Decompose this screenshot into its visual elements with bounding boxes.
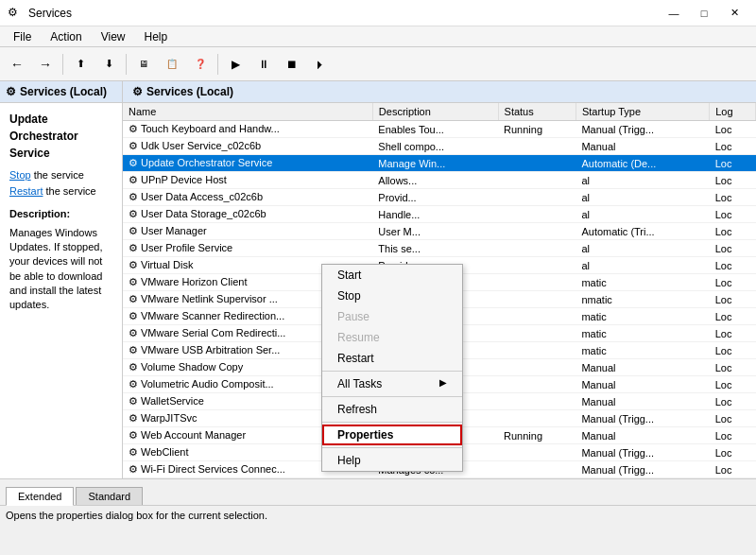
service-name: User Data Storage_c02c6b [141,208,266,219]
service-log: Loc [710,376,756,393]
service-startup: Manual [576,393,709,410]
restart-service-link: Restart the service [9,183,113,199]
service-startup: al [576,257,709,274]
service-info-panel: Update Orchestrator Service Stop the ser… [0,103,123,321]
service-status [498,342,576,359]
service-icon: ⚙ [129,378,138,390]
table-row[interactable]: ⚙User ManagerUser M...Automatic (Tri...L… [123,223,756,240]
ctx-stop[interactable]: Stop [322,286,462,306]
help-button[interactable]: ❓ [187,51,214,78]
service-name: UPnP Device Host [141,174,227,185]
service-startup: Automatic (De... [576,155,709,172]
toolbar-sep-3 [217,54,218,75]
service-startup: Manual (Trigg... [576,121,709,138]
service-startup: Manual [576,359,709,376]
status-text: Opens the properties dialog box for the … [6,510,267,521]
table-row[interactable]: ⚙User Data Storage_c02c6bHandle...alLoc [123,206,756,223]
pause-button[interactable]: ⏸ [250,51,277,78]
ctx-resume: Resume [322,327,462,348]
service-status [498,206,576,223]
col-status[interactable]: Status [498,103,576,121]
service-desc: Enables Tou... [372,121,498,138]
title-bar-controls: — □ ✕ [660,4,748,23]
service-icon: ⚙ [129,191,138,202]
col-startup[interactable]: Startup Type [576,103,709,121]
stop-button[interactable]: ⏹ [279,51,305,78]
table-row[interactable]: ⚙User Data Access_c02c6bProvid...alLoc [123,189,756,206]
table-row[interactable]: ⚙UPnP Device HostAllows...alLoc [123,172,756,189]
service-icon: ⚙ [129,123,138,134]
maximize-button[interactable]: □ [690,4,718,23]
nav-icon: ⚙ [6,85,16,98]
ctx-restart[interactable]: Restart [322,348,462,369]
toolbar: ← → ⬆ ⬇ 🖥 📋 ❓ ▶ ⏸ ⏹ ⏵ [0,47,756,81]
service-icon: ⚙ [129,157,138,168]
up-button[interactable]: ⬆ [67,51,94,78]
service-log: Loc [710,274,756,291]
service-desc: This se... [372,240,498,257]
table-row[interactable]: ⚙Touch Keyboard and Handw...Enables Tou.… [123,121,756,138]
service-icon: ⚙ [129,361,138,373]
table-row[interactable]: ⚙User Profile ServiceThis se...alLoc [123,240,756,257]
col-desc[interactable]: Description [372,103,498,121]
restart-link[interactable]: Restart [9,185,43,197]
service-log: Loc [710,325,756,342]
service-icon: ⚙ [129,140,138,151]
service-name: WebClient [141,446,189,458]
play-button[interactable]: ▶ [222,51,249,78]
services-table-container[interactable]: Name Description Status Startup Type Log… [123,103,756,478]
service-startup: Manual [576,138,709,155]
service-startup: Manual (Trigg... [576,410,709,427]
menu-view[interactable]: View [92,28,135,45]
table-row[interactable]: ⚙Update Orchestrator ServiceManage Win..… [123,155,756,172]
title-bar: ⚙ Services — □ ✕ [0,0,756,26]
service-log: Loc [710,359,756,376]
service-startup: matic [576,274,709,291]
service-status [498,240,576,257]
show-hide-button[interactable]: ⬇ [95,51,122,78]
service-name: VMware Scanner Redirection... [141,310,284,321]
ctx-properties[interactable]: Properties [322,425,462,445]
service-name: VMware Netlink Supervisor ... [141,293,278,304]
service-log: Loc [710,121,756,138]
service-status [498,308,576,325]
service-status: Running [498,121,576,138]
col-log[interactable]: Log [710,103,756,121]
service-log: Loc [710,410,756,427]
menu-help[interactable]: Help [135,28,178,45]
service-name: Virtual Disk [141,259,193,270]
service-icon: ⚙ [129,463,138,475]
menu-action[interactable]: Action [41,28,91,45]
context-menu: Start Stop Pause Resume Restart All Task… [321,264,463,472]
ctx-sep-3 [322,422,462,423]
menu-file[interactable]: File [4,28,41,45]
tab-extended[interactable]: Extended [6,487,74,506]
properties-button[interactable]: 📋 [159,51,185,78]
ctx-help[interactable]: Help [322,450,462,471]
table-row[interactable]: ⚙Udk User Service_c02c6bShell compo...Ma… [123,138,756,155]
service-name: Volumetric Audio Composit... [141,378,274,390]
service-log: Loc [710,172,756,189]
service-icon: ⚙ [129,327,138,338]
close-button[interactable]: ✕ [720,4,748,23]
tab-bar: Extended Standard [0,478,756,505]
toolbar-sep-2 [126,54,127,75]
title-bar-title: Services [28,7,660,20]
minimize-button[interactable]: — [660,4,688,23]
restart-button[interactable]: ⏵ [307,51,334,78]
main-area: ⚙ Services (Local) Update Orchestrator S… [0,81,756,478]
ctx-start[interactable]: Start [322,265,462,286]
forward-button[interactable]: → [32,51,59,78]
connect-button[interactable]: 🖥 [130,51,157,78]
ctx-refresh[interactable]: Refresh [322,399,462,420]
stop-link[interactable]: Stop [9,169,31,181]
service-icon: ⚙ [129,293,138,304]
back-button[interactable]: ← [4,51,30,78]
service-name: Udk User Service_c02c6b [141,140,261,151]
tab-standard[interactable]: Standard [76,487,143,505]
col-name[interactable]: Name [123,103,372,121]
service-name: Touch Keyboard and Handw... [141,123,280,134]
service-icon: ⚙ [129,429,138,441]
service-status [498,325,576,342]
ctx-all-tasks[interactable]: All Tasks [322,373,462,394]
